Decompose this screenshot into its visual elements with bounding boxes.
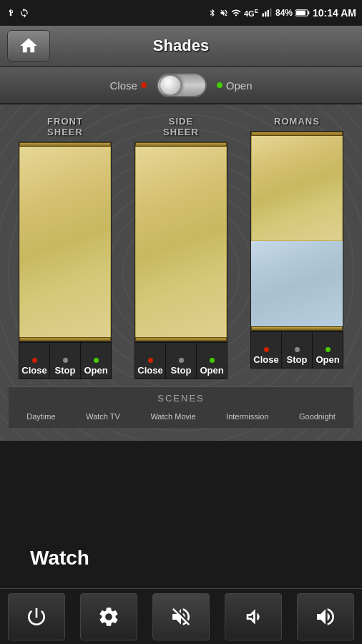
scene-watch-tv[interactable]: Watch TV [84, 409, 122, 424]
svg-rect-2 [268, 10, 269, 16]
status-icons-right: 4GE 84% 10:14 AM [208, 7, 356, 19]
stop-dot [295, 347, 300, 352]
open-indicator [217, 82, 222, 88]
shade-visual-front-sheer [19, 142, 112, 342]
shade-rod-bottom [251, 326, 343, 331]
open-dot [326, 347, 331, 352]
romans-close-button[interactable]: Close [251, 332, 281, 368]
shade-panel-romans: ROMANS Close Stop [243, 116, 351, 379]
shade-fabric-front-sheer [19, 142, 111, 341]
network-type: 4GE [244, 8, 258, 18]
side-sheer-stop-button[interactable]: Stop [166, 343, 196, 379]
close-dot [148, 358, 153, 363]
open-label: Open [217, 79, 253, 92]
side-sheer-open-button[interactable]: Open [197, 343, 227, 379]
shade-controls-front-sheer: Close Stop Open [19, 342, 112, 379]
scene-intermission[interactable]: Intermission [225, 409, 270, 424]
mute-button[interactable] [152, 593, 210, 640]
close-label: Close [109, 79, 146, 92]
shade-fabric-side-sheer [135, 142, 227, 341]
shade-rod-bottom [135, 337, 227, 341]
stop-dot [63, 358, 68, 363]
svg-rect-5 [308, 11, 309, 14]
shade-rod-bottom [19, 337, 111, 341]
romans-open-button[interactable]: Open [313, 332, 343, 368]
open-dot [210, 358, 215, 363]
close-indicator [141, 82, 147, 88]
shade-controls-side-sheer: Close Stop Open [134, 342, 228, 379]
main-content: FRONT SHEER Close Stop [0, 104, 362, 441]
volume-down-button[interactable] [225, 593, 282, 640]
scene-watch-movie[interactable]: Watch Movie [149, 409, 197, 424]
svg-rect-3 [270, 9, 271, 17]
scene-daytime[interactable]: Daytime [25, 409, 57, 424]
clock: 10:14 AM [313, 7, 356, 19]
top-bar: Shades [0, 26, 362, 67]
romans-stop-button[interactable]: Stop [282, 332, 312, 368]
shade-label-side-sheer: SIDE SHEER [163, 116, 199, 137]
battery-percent: 84% [275, 8, 293, 18]
scene-goodnight[interactable]: Goodnight [298, 409, 337, 424]
open-close-toggle[interactable] [157, 73, 207, 97]
toggle-knob [160, 75, 181, 95]
shade-visual-romans [250, 131, 343, 331]
shade-controls-romans: Close Stop Open [250, 331, 343, 369]
page-title: Shades [153, 36, 209, 55]
shades-grid: FRONT SHEER Close Stop [9, 116, 353, 379]
shade-rod-top [251, 132, 343, 136]
svg-rect-6 [296, 11, 305, 15]
scenes-title: SCENES [9, 393, 353, 404]
shade-rod-top [19, 142, 111, 147]
toggle-bar: Close Open [0, 67, 362, 104]
shade-label-romans: ROMANS [274, 116, 320, 127]
close-dot [32, 358, 37, 363]
front-sheer-close-button[interactable]: Close [19, 343, 49, 379]
bottom-toolbar [0, 588, 362, 644]
shade-panel-side-sheer: SIDE SHEER Close Stop [127, 116, 235, 379]
shade-rod-top [135, 142, 227, 147]
shade-fabric-romans-top [251, 132, 343, 241]
volume-up-button[interactable] [297, 593, 354, 640]
shade-fabric-romans-bottom [251, 241, 343, 331]
status-icons-left [6, 8, 29, 18]
front-sheer-open-button[interactable]: Open [81, 343, 111, 379]
svg-rect-1 [265, 11, 266, 16]
stop-dot [179, 358, 184, 363]
open-dot [94, 358, 99, 363]
shade-visual-side-sheer [134, 142, 228, 342]
scenes-section: SCENES Daytime Watch TV Watch Movie Inte… [9, 386, 353, 428]
watch-text: Watch [30, 547, 89, 570]
svg-rect-0 [263, 14, 264, 17]
side-sheer-close-button[interactable]: Close [135, 343, 165, 379]
power-button[interactable] [8, 593, 65, 640]
status-bar: 4GE 84% 10:14 AM [0, 0, 362, 26]
front-sheer-stop-button[interactable]: Stop [50, 343, 80, 379]
shade-panel-front-sheer: FRONT SHEER Close Stop [11, 116, 119, 379]
shade-label-front-sheer: FRONT SHEER [47, 116, 83, 137]
close-dot [264, 347, 269, 352]
settings-button[interactable] [80, 593, 137, 640]
home-button[interactable] [7, 30, 50, 62]
scenes-buttons: Daytime Watch TV Watch Movie Intermissio… [9, 409, 353, 424]
